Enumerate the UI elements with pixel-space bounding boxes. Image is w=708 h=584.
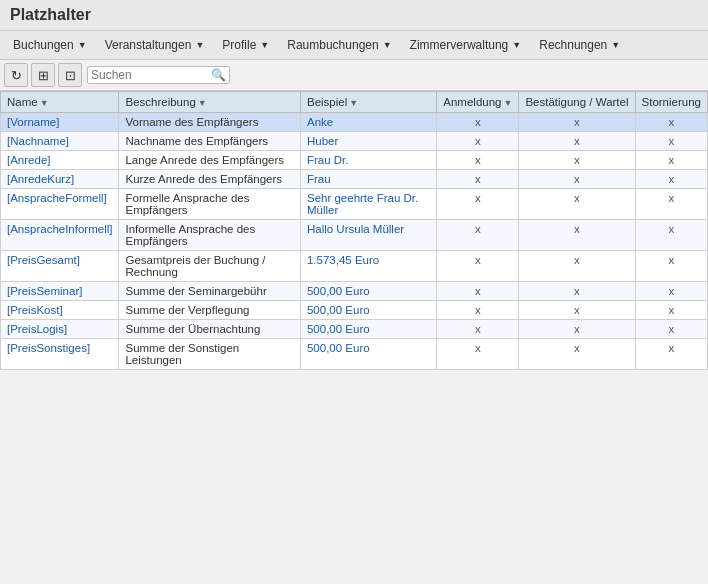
chevron-down-icon: ▼ bbox=[78, 40, 87, 50]
col-label: Bestätigung / Wartel bbox=[525, 96, 628, 108]
table-cell-0: [Anrede] bbox=[1, 151, 119, 170]
col-header-2[interactable]: Beispiel▼ bbox=[300, 92, 436, 113]
table-cell-0: [PreisSonstiges] bbox=[1, 339, 119, 370]
table-cell-2: Hallo Ursula Müller bbox=[300, 220, 436, 251]
table-cell-4: x bbox=[519, 220, 635, 251]
nav-item-profile[interactable]: Profile▼ bbox=[213, 33, 278, 57]
col-label: Beschreibung bbox=[125, 96, 195, 108]
table-cell-2: 1.573,45 Euro bbox=[300, 251, 436, 282]
table-cell-4: x bbox=[519, 113, 635, 132]
nav-bar: Buchungen▼Veranstaltungen▼Profile▼Raumbu… bbox=[0, 31, 708, 60]
table-cell-5: x bbox=[635, 339, 707, 370]
table-cell-5: x bbox=[635, 170, 707, 189]
table-cell-1: Nachname des Empfängers bbox=[119, 132, 301, 151]
table-cell-3: x bbox=[437, 170, 519, 189]
table-cell-5: x bbox=[635, 301, 707, 320]
table-cell-1: Summe der Sonstigen Leistungen bbox=[119, 339, 301, 370]
table-cell-3: x bbox=[437, 301, 519, 320]
table-cell-2: Frau bbox=[300, 170, 436, 189]
chevron-down-icon: ▼ bbox=[383, 40, 392, 50]
refresh-button[interactable]: ↻ bbox=[4, 63, 28, 87]
col-header-1[interactable]: Beschreibung▼ bbox=[119, 92, 301, 113]
nav-label: Profile bbox=[222, 38, 256, 52]
table-row: [PreisGesamt]Gesamtpreis der Buchung / R… bbox=[1, 251, 708, 282]
table-header-row: Name▼Beschreibung▼Beispiel▼Anmeldung▼Bes… bbox=[1, 92, 708, 113]
col-header-5[interactable]: Stornierung bbox=[635, 92, 707, 113]
nav-item-zimmerverwaltung[interactable]: Zimmerverwaltung▼ bbox=[401, 33, 531, 57]
table-cell-5: x bbox=[635, 282, 707, 301]
table-row: [Vorname]Vorname des EmpfängersAnkexxx bbox=[1, 113, 708, 132]
search-wrapper: 🔍 bbox=[87, 66, 230, 84]
col-label: Stornierung bbox=[642, 96, 701, 108]
nav-label: Veranstaltungen bbox=[105, 38, 192, 52]
table-cell-5: x bbox=[635, 151, 707, 170]
table-cell-1: Formelle Ansprache des Empfängers bbox=[119, 189, 301, 220]
table-cell-2: Frau Dr. bbox=[300, 151, 436, 170]
table-cell-1: Summe der Übernachtung bbox=[119, 320, 301, 339]
nav-item-rechnungen[interactable]: Rechnungen▼ bbox=[530, 33, 629, 57]
table-cell-0: [Vorname] bbox=[1, 113, 119, 132]
table-cell-0: [PreisLogis] bbox=[1, 320, 119, 339]
export-button[interactable]: ⊡ bbox=[58, 63, 82, 87]
table-row: [AnspracheInformell]Informelle Ansprache… bbox=[1, 220, 708, 251]
table-cell-1: Kurze Anrede des Empfängers bbox=[119, 170, 301, 189]
table-cell-3: x bbox=[437, 251, 519, 282]
table-cell-0: [AnredeKurz] bbox=[1, 170, 119, 189]
table-cell-3: x bbox=[437, 151, 519, 170]
col-label: Beispiel bbox=[307, 96, 347, 108]
table-cell-1: Summe der Seminargebühr bbox=[119, 282, 301, 301]
table-row: [PreisLogis]Summe der Übernachtung500,00… bbox=[1, 320, 708, 339]
search-input[interactable] bbox=[91, 68, 211, 82]
table-cell-4: x bbox=[519, 170, 635, 189]
nav-item-raumbuchungen[interactable]: Raumbuchungen▼ bbox=[278, 33, 400, 57]
table-row: [PreisKost]Summe der Verpflegung500,00 E… bbox=[1, 301, 708, 320]
chevron-down-icon: ▼ bbox=[611, 40, 620, 50]
nav-item-buchungen[interactable]: Buchungen▼ bbox=[4, 33, 96, 57]
table-cell-4: x bbox=[519, 282, 635, 301]
table-cell-4: x bbox=[519, 339, 635, 370]
sort-icon: ▼ bbox=[40, 98, 49, 108]
table-cell-3: x bbox=[437, 282, 519, 301]
chevron-down-icon: ▼ bbox=[260, 40, 269, 50]
grid-button[interactable]: ⊞ bbox=[31, 63, 55, 87]
table-cell-2: Anke bbox=[300, 113, 436, 132]
table-cell-4: x bbox=[519, 251, 635, 282]
table-cell-1: Lange Anrede des Empfängers bbox=[119, 151, 301, 170]
table-cell-2: 500,00 Euro bbox=[300, 282, 436, 301]
sort-icon: ▼ bbox=[349, 98, 358, 108]
table-row: [Anrede]Lange Anrede des EmpfängersFrau … bbox=[1, 151, 708, 170]
table-cell-1: Informelle Ansprache des Empfängers bbox=[119, 220, 301, 251]
toolbar: ↻ ⊞ ⊡ 🔍 bbox=[0, 60, 708, 91]
table-cell-0: [AnspracheFormell] bbox=[1, 189, 119, 220]
table-cell-3: x bbox=[437, 132, 519, 151]
table-cell-2: Sehr geehrte Frau Dr. Müller bbox=[300, 189, 436, 220]
table-cell-5: x bbox=[635, 113, 707, 132]
table-cell-4: x bbox=[519, 151, 635, 170]
nav-item-veranstaltungen[interactable]: Veranstaltungen▼ bbox=[96, 33, 214, 57]
table-cell-0: [PreisSeminar] bbox=[1, 282, 119, 301]
table-cell-5: x bbox=[635, 189, 707, 220]
table-container: Name▼Beschreibung▼Beispiel▼Anmeldung▼Bes… bbox=[0, 91, 708, 370]
table-cell-3: x bbox=[437, 220, 519, 251]
table-cell-4: x bbox=[519, 320, 635, 339]
table-cell-0: [PreisKost] bbox=[1, 301, 119, 320]
table-row: [Nachname]Nachname des EmpfängersHuberxx… bbox=[1, 132, 708, 151]
col-header-3[interactable]: Anmeldung▼ bbox=[437, 92, 519, 113]
table-cell-4: x bbox=[519, 132, 635, 151]
table-cell-5: x bbox=[635, 320, 707, 339]
nav-label: Zimmerverwaltung bbox=[410, 38, 509, 52]
table-row: [PreisSonstiges]Summe der Sonstigen Leis… bbox=[1, 339, 708, 370]
col-header-0[interactable]: Name▼ bbox=[1, 92, 119, 113]
table-cell-2: Huber bbox=[300, 132, 436, 151]
table-cell-2: 500,00 Euro bbox=[300, 320, 436, 339]
sort-icon: ▼ bbox=[198, 98, 207, 108]
search-icon[interactable]: 🔍 bbox=[211, 68, 226, 82]
chevron-down-icon: ▼ bbox=[512, 40, 521, 50]
table-row: [AnredeKurz]Kurze Anrede des EmpfängersF… bbox=[1, 170, 708, 189]
table-row: [AnspracheFormell]Formelle Ansprache des… bbox=[1, 189, 708, 220]
table-cell-3: x bbox=[437, 189, 519, 220]
col-header-4[interactable]: Bestätigung / Wartel bbox=[519, 92, 635, 113]
table-cell-5: x bbox=[635, 132, 707, 151]
table-cell-1: Vorname des Empfängers bbox=[119, 113, 301, 132]
table-cell-5: x bbox=[635, 220, 707, 251]
